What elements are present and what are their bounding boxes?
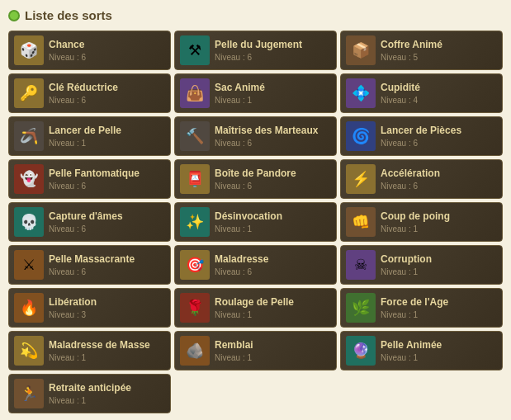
spells-grid: 🎲ChanceNiveau : 6⚒Pelle du JugementNivea… — [8, 31, 503, 413]
spell-name: Pelle Massacrante — [49, 253, 165, 265]
spell-icon: 🪨 — [180, 336, 210, 366]
spell-name: Corruption — [381, 253, 497, 265]
spell-card[interactable]: 🔑Clé RéductriceNiveau : 6 — [8, 73, 171, 113]
spell-icon: 🔥 — [14, 293, 44, 323]
spell-card[interactable]: ⚒Pelle du JugementNiveau : 6 — [174, 31, 337, 70]
spell-level: Niveau : 1 — [381, 310, 497, 319]
spell-icon: 🌿 — [346, 293, 376, 323]
spell-icon: ⚒ — [180, 35, 210, 65]
spell-info: Pelle MassacranteNiveau : 6 — [49, 253, 165, 276]
spell-level: Niveau : 4 — [381, 96, 497, 105]
spell-info: Clé RéductriceNiveau : 6 — [49, 82, 165, 104]
spell-info: Roulage de PelleNiveau : 1 — [215, 296, 331, 319]
spell-card[interactable]: 📮Boîte de PandoreNiveau : 6 — [174, 159, 337, 199]
spell-level: Niveau : 1 — [215, 224, 331, 234]
spell-name: Lancer de Pièces — [381, 125, 497, 136]
spell-info: ChanceNiveau : 6 — [49, 39, 165, 61]
spell-info: MaladresseNiveau : 6 — [215, 253, 331, 276]
spell-name: Clé Réductrice — [49, 82, 165, 93]
spell-info: Sac AniméNiveau : 1 — [215, 82, 331, 104]
spell-info: Pelle FantomatiqueNiveau : 6 — [49, 168, 165, 190]
spell-info: Maîtrise des MarteauxNiveau : 6 — [215, 125, 331, 147]
spell-info: LibérationNiveau : 3 — [49, 296, 165, 319]
spell-name: Coffre Animé — [381, 39, 497, 50]
spell-card[interactable]: 👊Coup de poingNiveau : 1 — [340, 202, 503, 242]
spell-level: Niveau : 5 — [381, 53, 497, 62]
spell-level: Niveau : 6 — [215, 53, 331, 62]
spell-card[interactable]: 🌀Lancer de PiècesNiveau : 6 — [340, 116, 503, 156]
spell-level: Niveau : 6 — [215, 139, 331, 148]
spell-card[interactable]: 🔥LibérationNiveau : 3 — [8, 288, 171, 328]
spell-level: Niveau : 6 — [49, 267, 165, 276]
spell-name: Capture d'âmes — [49, 210, 165, 222]
spell-icon: 📦 — [346, 35, 376, 65]
spell-card[interactable]: ⚔Pelle MassacranteNiveau : 6 — [8, 245, 171, 285]
spell-name: Chance — [49, 39, 165, 50]
spell-level: Niveau : 6 — [215, 267, 331, 276]
spell-card[interactable]: 🎯MaladresseNiveau : 6 — [174, 245, 337, 285]
spell-icon: 👊 — [346, 207, 376, 237]
spell-icon: 🌀 — [346, 121, 376, 151]
spell-icon: 👻 — [14, 164, 44, 194]
spell-info: Lancer de PelleNiveau : 1 — [49, 125, 165, 147]
spell-name: Désinvocation — [215, 210, 331, 222]
spell-icon: 🪃 — [14, 121, 44, 151]
spell-name: Force de l'Age — [381, 296, 497, 308]
spell-card[interactable]: 🎲ChanceNiveau : 6 — [8, 31, 171, 70]
spell-icon: 🏃 — [14, 379, 44, 408]
spell-card[interactable]: 💫Maladresse de MasseNiveau : 1 — [8, 331, 171, 370]
spell-card[interactable]: 🌿Force de l'AgeNiveau : 1 — [340, 288, 503, 328]
spell-level: Niveau : 1 — [49, 353, 165, 362]
spell-icon: 📮 — [180, 164, 210, 194]
spell-info: RemblaiNiveau : 1 — [215, 339, 331, 361]
spell-icon: 👜 — [180, 78, 210, 108]
spell-name: Boîte de Pandore — [215, 168, 331, 179]
spell-level: Niveau : 3 — [49, 310, 165, 319]
spell-card[interactable]: ⚡AccélérationNiveau : 6 — [340, 159, 503, 199]
spell-icon: ⚡ — [346, 164, 376, 194]
spell-card[interactable]: ✨DésinvocationNiveau : 1 — [174, 202, 337, 242]
spell-card[interactable]: 🪃Lancer de PelleNiveau : 1 — [8, 116, 171, 156]
spell-level: Niveau : 1 — [215, 310, 331, 319]
spell-icon: 🌹 — [180, 293, 210, 323]
spell-name: Coup de poing — [381, 210, 497, 222]
spell-level: Niveau : 1 — [49, 139, 165, 148]
spell-info: Retraite anticipéeNiveau : 1 — [49, 382, 165, 404]
spell-info: Capture d'âmesNiveau : 6 — [49, 210, 165, 233]
spell-info: Boîte de PandoreNiveau : 6 — [215, 168, 331, 190]
spell-level: Niveau : 6 — [381, 182, 497, 191]
spell-card[interactable]: 🏃Retraite anticipéeNiveau : 1 — [8, 374, 171, 413]
spell-name: Maladresse — [215, 253, 331, 265]
spell-card[interactable]: ☠CorruptionNiveau : 1 — [340, 245, 503, 285]
spell-card[interactable]: 📦Coffre AniméNiveau : 5 — [340, 31, 503, 70]
spell-name: Libération — [49, 296, 165, 308]
spell-card[interactable]: 💠CupiditéNiveau : 4 — [340, 73, 503, 113]
spell-card[interactable]: 🪨RemblaiNiveau : 1 — [174, 331, 337, 370]
spell-card[interactable]: 💀Capture d'âmesNiveau : 6 — [8, 202, 171, 242]
status-icon — [8, 10, 20, 21]
spell-card[interactable]: 👻Pelle FantomatiqueNiveau : 6 — [8, 159, 171, 199]
spell-icon: 🔑 — [14, 78, 44, 108]
spell-card[interactable]: 🔨Maîtrise des MarteauxNiveau : 6 — [174, 116, 337, 156]
spell-info: Coffre AniméNiveau : 5 — [381, 39, 497, 61]
page-title: Liste des sorts — [25, 8, 112, 22]
spell-level: Niveau : 6 — [49, 224, 165, 234]
spell-card[interactable]: 🔮Pelle AniméeNiveau : 1 — [340, 331, 503, 370]
spell-card[interactable]: 🌹Roulage de PelleNiveau : 1 — [174, 288, 337, 328]
spell-name: Roulage de Pelle — [215, 296, 331, 308]
spell-info: Lancer de PiècesNiveau : 6 — [381, 125, 497, 147]
spell-name: Accélération — [381, 168, 497, 179]
page-header: Liste des sorts — [8, 8, 503, 22]
spell-level: Niveau : 1 — [381, 267, 497, 276]
spell-level: Niveau : 1 — [381, 353, 497, 362]
spell-name: Lancer de Pelle — [49, 125, 165, 136]
spell-card[interactable]: 👜Sac AniméNiveau : 1 — [174, 73, 337, 113]
spell-info: CorruptionNiveau : 1 — [381, 253, 497, 276]
spell-level: Niveau : 1 — [215, 96, 331, 105]
spell-level: Niveau : 6 — [49, 53, 165, 62]
spell-name: Retraite anticipée — [49, 382, 165, 394]
spell-level: Niveau : 6 — [215, 182, 331, 191]
spell-icon: 💫 — [14, 336, 44, 366]
spell-name: Cupidité — [381, 82, 497, 93]
spell-level: Niveau : 6 — [381, 139, 497, 148]
